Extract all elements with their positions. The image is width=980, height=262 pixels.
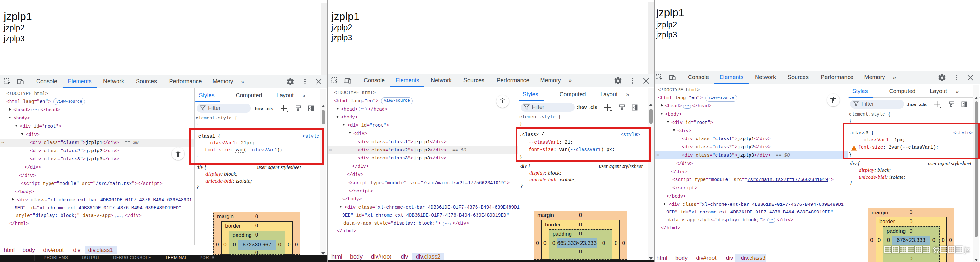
svg-text:@: @ <box>932 246 940 254</box>
svg-text:jz: jz <box>964 246 970 254</box>
